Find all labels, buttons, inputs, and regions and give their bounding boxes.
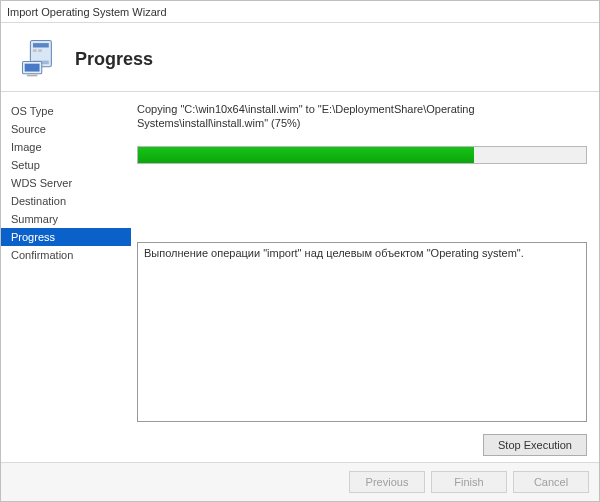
wizard-window: Import Operating System Wizard Progress … xyxy=(0,0,600,502)
sidebar-item-setup[interactable]: Setup xyxy=(1,156,131,174)
progress-bar-fill xyxy=(138,147,474,163)
svg-rect-1 xyxy=(33,43,49,47)
sidebar-item-destination[interactable]: Destination xyxy=(1,192,131,210)
previous-button: Previous xyxy=(349,471,425,493)
status-text: Copying "C:\win10x64\install.wim" to "E:… xyxy=(137,102,587,130)
finish-button: Finish xyxy=(431,471,507,493)
cancel-button: Cancel xyxy=(513,471,589,493)
computer-icon xyxy=(19,37,61,81)
sidebar-item-progress[interactable]: Progress xyxy=(1,228,131,246)
sidebar-item-confirmation[interactable]: Confirmation xyxy=(1,246,131,264)
svg-rect-3 xyxy=(38,49,42,52)
sidebar-item-summary[interactable]: Summary xyxy=(1,210,131,228)
wizard-footer: Previous Finish Cancel xyxy=(1,462,599,501)
svg-rect-7 xyxy=(27,75,38,77)
sidebar-item-source[interactable]: Source xyxy=(1,120,131,138)
titlebar: Import Operating System Wizard xyxy=(1,1,599,23)
window-title: Import Operating System Wizard xyxy=(7,6,167,18)
sidebar-item-wds-server[interactable]: WDS Server xyxy=(1,174,131,192)
stop-execution-button[interactable]: Stop Execution xyxy=(483,434,587,456)
sidebar-item-os-type[interactable]: OS Type xyxy=(1,102,131,120)
progress-bar-container xyxy=(137,146,587,164)
log-textarea[interactable]: Выполнение операции "import" над целевым… xyxy=(137,242,587,422)
page-title: Progress xyxy=(75,49,153,70)
content-area: OS TypeSourceImageSetupWDS ServerDestina… xyxy=(1,92,599,462)
sidebar-item-image[interactable]: Image xyxy=(1,138,131,156)
stop-row: Stop Execution xyxy=(137,430,587,456)
wizard-steps-sidebar: OS TypeSourceImageSetupWDS ServerDestina… xyxy=(1,92,131,462)
svg-rect-2 xyxy=(33,49,37,52)
svg-rect-6 xyxy=(25,64,40,72)
wizard-header: Progress xyxy=(1,23,599,91)
main-panel: Copying "C:\win10x64\install.wim" to "E:… xyxy=(131,92,599,462)
